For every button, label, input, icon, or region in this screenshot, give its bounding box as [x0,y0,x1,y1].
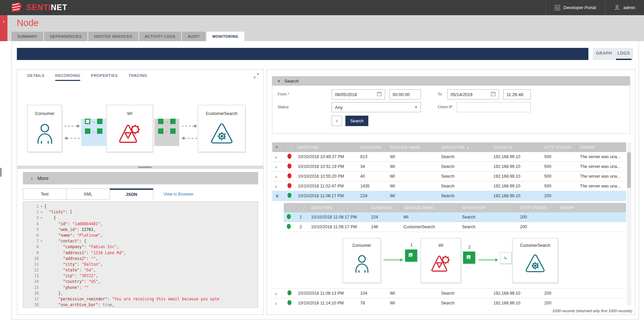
nested-table-row[interactable]: 2 10/10/2018 11:06:17 PM 146 CustomerSea… [284,222,626,232]
more-section-toggle[interactable]: › More [23,172,258,184]
cell-error: The server was una... [577,184,626,188]
diagram-node-service[interactable]: WI [421,238,461,283]
line-number: 17 [23,296,39,302]
panel-splitter[interactable] [17,166,263,169]
from-time-input[interactable]: 00:00:00 [389,89,421,99]
diagram-node-consumer[interactable]: Consumer [343,238,381,283]
message-step-badge[interactable] [463,252,475,264]
tab-recording[interactable]: RECORDING [55,73,81,81]
table-row[interactable]: › 10/10/2018 10:55:20 PM 40 WI Search 19… [272,172,626,181]
code-fold-icon[interactable]: ▾ [39,209,44,215]
tab-json[interactable]: JSON [110,188,153,200]
table-row[interactable]: › 10/10/2018 11:08:13 PM 104 WI Search 1… [272,289,626,298]
message-square[interactable] [97,128,102,134]
page-header: › Node SUMMARY DEPENDENCIES HOSTED SERVI… [0,15,644,41]
column-header-datetime[interactable]: DATE/TIME [295,144,357,150]
column-header-client-ip[interactable]: CLIENT IP [490,144,541,150]
tab-xml[interactable]: XML [66,188,110,200]
column-header-operation[interactable]: OPERATION [459,205,517,211]
row-expander-icon[interactable]: › [275,291,277,296]
tab-properties[interactable]: PROPERTIES [91,73,118,81]
column-header-error[interactable]: ERROR [577,144,626,150]
message-square[interactable] [97,119,102,124]
cell-client-ip: 192.168.99.10 [490,291,541,296]
table-row[interactable]: › 10/10/2018 10:49:37 PM 813 WI Search 1… [272,152,626,162]
client-ip-input[interactable] [457,102,531,112]
message-square[interactable] [158,119,163,124]
page-title: Node [17,18,39,28]
row-expander-icon[interactable]: › [275,300,277,306]
row-expander-icon[interactable]: › [275,154,277,160]
column-header-error[interactable]: ERROR [557,205,626,211]
column-header-http-status[interactable]: HTTP STATUS [541,144,577,150]
sidebar-expand-button[interactable]: › [0,15,7,41]
diagram-node-consumer[interactable]: Consumer [27,105,62,152]
tab-details[interactable]: DETAILS [27,73,44,81]
tab-text[interactable]: Text [23,188,66,200]
to-date-input[interactable]: 05/14/2019 [447,89,499,99]
calendar-icon[interactable] [491,91,496,97]
nested-table-row[interactable]: 1 10/10/2018 11:06:17 PM 224 WI Search 2… [284,212,626,222]
json-code-viewer[interactable]: 1▾{2▾"lists": [3▾{4"id": "1a668b4481",5"… [23,201,258,308]
code-text: "state": "Ga", [44,267,96,273]
table-row[interactable]: › 10/10/2018 11:02:47 PM 1435 WI Search … [272,181,626,191]
column-header-http-status[interactable]: HTTP STATUS [517,205,557,211]
column-header-service-name[interactable]: SERVICE NAME [387,144,438,150]
to-time-input[interactable]: 11:26:48 [503,89,531,99]
diagram-node-service[interactable]: WI [106,105,153,152]
message-square[interactable] [170,128,176,134]
message-step-badge[interactable] [500,252,512,264]
user-menu-button[interactable]: admin [605,0,644,15]
tab-monitoring[interactable]: MONITORING [207,32,244,41]
tab-hosted-services[interactable]: HOSTED SERVICES [88,32,138,41]
table-row[interactable]: › 10/10/2018 10:51:19 PM 34 WI Search 19… [272,162,626,172]
status-select[interactable]: Any ▼ [332,102,421,112]
column-header-duration[interactable]: DURATION [368,205,400,211]
developer-portal-button[interactable]: Developer Portal [546,0,605,15]
tab-audit[interactable]: AUDIT [182,32,206,41]
collapse-all-icon[interactable]: « [272,144,284,150]
maximize-panel-icon[interactable] [253,73,259,80]
message-square[interactable] [170,119,176,124]
selected-message-square[interactable] [85,119,90,124]
expanded-row-detail: DATE/TIME DURATION SERVICE NAME OPERATIO… [272,203,626,289]
graph-view-button[interactable]: GRAPH [594,48,613,60]
diagram-node-backend[interactable]: CustomerSearch [512,238,558,283]
brand-text: SENTINET [26,3,67,12]
tab-dependencies[interactable]: DEPENDENCIES [44,32,87,41]
message-pair-selected[interactable]: → ← [81,119,106,146]
calendar-icon[interactable] [377,91,382,97]
diagram-node-backend[interactable]: CustomerSearch [198,105,245,152]
tab-activity-logs[interactable]: ACTIVITY LOGS [139,32,181,41]
splitter-grip[interactable] [138,167,152,168]
table-row[interactable]: › 10/10/2018 11:14:10 PM 78 WI Search 19… [272,298,626,305]
message-square[interactable] [158,128,163,134]
logs-view-button[interactable]: LOGS [616,48,631,60]
code-fold-icon[interactable]: ▾ [39,238,44,244]
table-scrollbar[interactable] [627,142,631,305]
search-section-toggle[interactable]: ∨ Search [272,76,630,86]
column-header-datetime[interactable]: DATE/TIME [308,205,368,211]
column-header-service-name[interactable]: SERVICE NAME [400,205,459,211]
code-fold-icon[interactable]: ▾ [39,215,44,221]
search-button[interactable]: Search [345,116,368,126]
row-expander-icon[interactable]: › [275,164,277,170]
row-expander-icon[interactable]: › [275,183,277,189]
view-in-browser-link[interactable]: View in Browser [163,188,193,200]
message-pair[interactable]: → ← [154,119,179,146]
message-square[interactable] [85,128,90,134]
tab-summary[interactable]: SUMMARY [11,32,43,41]
search-options-dropdown[interactable]: ∨ [332,116,342,126]
code-text: }, [44,291,63,296]
message-step-badge[interactable] [405,249,417,262]
from-date-input[interactable]: 08/05/2018 [332,89,385,99]
row-expander-icon[interactable]: ∨ [275,193,279,199]
column-header-duration[interactable]: DURATION [357,144,387,150]
row-expander-icon[interactable]: › [275,174,277,179]
column-header-operation[interactable]: OPERATION▲ [438,144,490,150]
table-row[interactable]: ∨ 10/10/2018 11:06:17 PM 224 WI Search 1… [272,191,626,201]
sentinet-logo[interactable]: SENTINET [0,2,67,14]
tab-tracing[interactable]: TRACING [128,73,147,81]
scrollbar-thumb[interactable] [627,152,631,188]
code-fold-icon[interactable]: ▾ [39,204,44,209]
